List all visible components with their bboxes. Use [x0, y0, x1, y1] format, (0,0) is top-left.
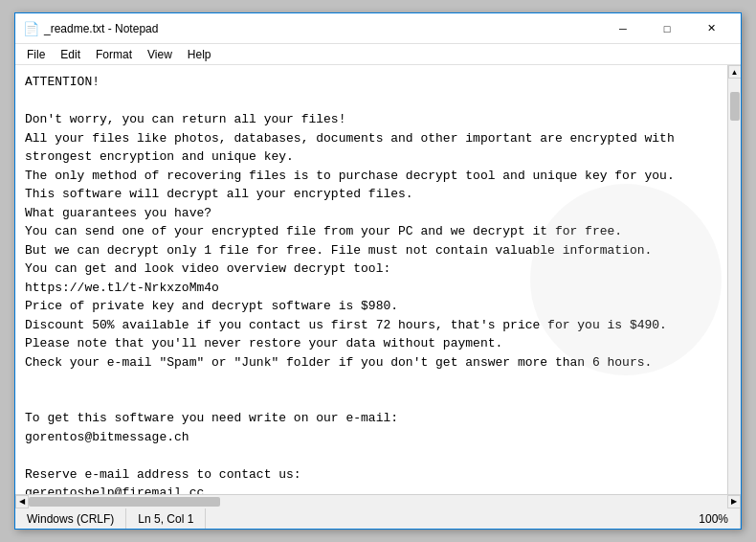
window-controls: ─ □ ✕ [601, 13, 733, 44]
notepad-window: 📄 _readme.txt - Notepad ─ □ ✕ File Edit … [14, 12, 742, 530]
maximize-button[interactable]: □ [645, 13, 689, 44]
window-title: _readme.txt - Notepad [44, 22, 601, 35]
cursor-position: Ln 5, Col 1 [138, 512, 193, 526]
menu-file[interactable]: File [19, 46, 53, 63]
close-button[interactable]: ✕ [689, 13, 733, 44]
menu-format[interactable]: Format [88, 46, 140, 63]
status-bar: Windows (CRLF) Ln 5, Col 1 100% [15, 508, 741, 529]
text-editor[interactable]: ATTENTION! Don't worry, you can return a… [15, 65, 727, 494]
scroll-track [29, 495, 727, 508]
scroll-thumb[interactable] [730, 92, 740, 121]
zoom-section: 100% [687, 508, 741, 529]
app-icon: 📄 [23, 21, 38, 36]
scroll-up-arrow[interactable]: ▲ [728, 65, 742, 79]
menu-view[interactable]: View [140, 46, 180, 63]
menu-bar: File Edit Format View Help [15, 44, 741, 65]
horizontal-scrollbar[interactable]: ◀ ▶ [15, 494, 741, 508]
line-ending-label: Windows (CRLF) [27, 512, 114, 526]
scroll-thumb-h[interactable] [29, 497, 220, 507]
editor-area: ATTENTION! Don't worry, you can return a… [15, 65, 741, 494]
zoom-level: 100% [699, 512, 728, 526]
line-ending-section: Windows (CRLF) [15, 508, 126, 529]
scroll-right-arrow[interactable]: ▶ [727, 495, 741, 508]
vertical-scrollbar[interactable]: ▲ [727, 65, 741, 494]
minimize-button[interactable]: ─ [601, 13, 645, 44]
position-section: Ln 5, Col 1 [126, 508, 206, 529]
menu-edit[interactable]: Edit [53, 46, 88, 63]
scroll-left-arrow[interactable]: ◀ [15, 495, 29, 508]
menu-help[interactable]: Help [180, 46, 219, 63]
title-bar: 📄 _readme.txt - Notepad ─ □ ✕ [15, 13, 741, 44]
